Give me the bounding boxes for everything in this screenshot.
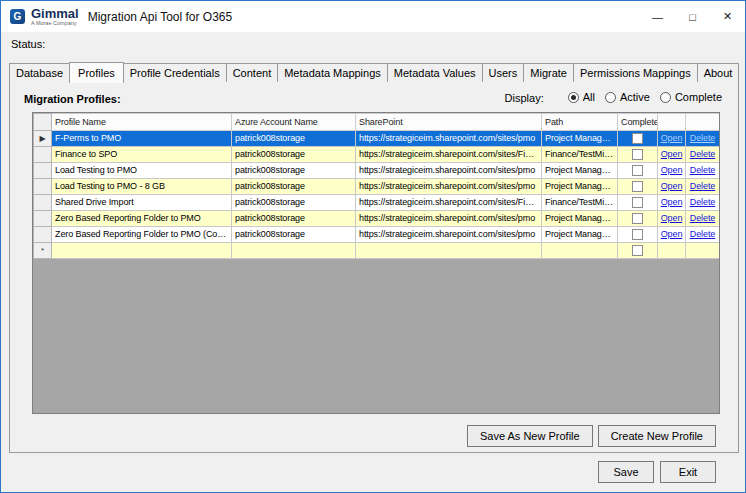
column-header-open[interactable] xyxy=(658,114,686,131)
cell-sharepoint[interactable] xyxy=(356,243,542,259)
delete-link[interactable]: Delete xyxy=(690,197,715,207)
display-radio-complete[interactable]: Complete xyxy=(660,91,722,103)
delete-link[interactable]: Delete xyxy=(690,149,715,159)
display-radio-all[interactable]: All xyxy=(568,91,595,103)
cell-complete[interactable] xyxy=(618,163,658,179)
cell-profile-name[interactable]: Load Testing to PMO xyxy=(52,163,232,179)
row-header-cell[interactable] xyxy=(34,211,52,227)
cell-delete[interactable]: Delete xyxy=(686,131,720,147)
tab-migrate[interactable]: Migrate xyxy=(523,63,574,82)
cell-profile-name[interactable]: Finance to SPO xyxy=(52,147,232,163)
save-as-new-profile-button[interactable]: Save As New Profile xyxy=(467,425,593,447)
complete-checkbox[interactable] xyxy=(632,197,643,208)
row-header-cell[interactable] xyxy=(34,195,52,211)
cell-profile-name[interactable]: Load Testing to PMO - 8 GB xyxy=(52,179,232,195)
exit-button[interactable]: Exit xyxy=(660,461,716,483)
cell-azure-account-name[interactable] xyxy=(232,243,356,259)
cell-path[interactable]: Finance/TestMig... xyxy=(542,195,618,211)
cell-sharepoint[interactable]: https://strategiceim.sharepoint.com/site… xyxy=(356,163,542,179)
cell-azure-account-name[interactable]: patrick008storage xyxy=(232,147,356,163)
display-radio-active[interactable]: Active xyxy=(605,91,650,103)
open-link[interactable]: Open xyxy=(661,213,683,223)
cell-complete[interactable] xyxy=(618,243,658,259)
complete-checkbox[interactable] xyxy=(632,229,643,240)
cell-delete[interactable]: Delete xyxy=(686,147,720,163)
open-link[interactable]: Open xyxy=(661,149,683,159)
cell-sharepoint[interactable]: https://strategiceim.sharepoint.com/site… xyxy=(356,131,542,147)
cell-complete[interactable] xyxy=(618,211,658,227)
cell-profile-name[interactable]: Zero Based Reporting Folder to PMO (Copy… xyxy=(52,227,232,243)
cell-azure-account-name[interactable]: patrick008storage xyxy=(232,195,356,211)
complete-checkbox[interactable] xyxy=(632,245,643,256)
cell-open[interactable]: Open xyxy=(658,163,686,179)
cell-path[interactable]: Project Managem... xyxy=(542,179,618,195)
cell-delete[interactable]: Delete xyxy=(686,195,720,211)
cell-open[interactable]: Open xyxy=(658,211,686,227)
profile-row[interactable]: Finance to SPOpatrick008storagehttps://s… xyxy=(34,147,720,163)
create-new-profile-button[interactable]: Create New Profile xyxy=(598,425,716,447)
open-link[interactable]: Open xyxy=(661,229,683,239)
open-link[interactable]: Open xyxy=(661,165,683,175)
close-button[interactable]: ✕ xyxy=(710,1,745,32)
delete-link[interactable]: Delete xyxy=(690,181,715,191)
cell-profile-name[interactable]: Zero Based Reporting Folder to PMO xyxy=(52,211,232,227)
profile-row[interactable]: Zero Based Reporting Folder to PMO (Copy… xyxy=(34,227,720,243)
cell-delete[interactable] xyxy=(686,243,720,259)
cell-open[interactable]: Open xyxy=(658,195,686,211)
cell-complete[interactable] xyxy=(618,147,658,163)
delete-link[interactable]: Delete xyxy=(690,165,715,175)
cell-azure-account-name[interactable]: patrick008storage xyxy=(232,163,356,179)
cell-path[interactable]: Project Managem... xyxy=(542,227,618,243)
cell-path[interactable] xyxy=(542,243,618,259)
complete-checkbox[interactable] xyxy=(632,165,643,176)
tab-about[interactable]: About xyxy=(697,63,740,82)
cell-open[interactable]: Open xyxy=(658,227,686,243)
complete-checkbox[interactable] xyxy=(632,149,643,160)
tab-metadata-values[interactable]: Metadata Values xyxy=(387,63,483,82)
tab-metadata-mappings[interactable]: Metadata Mappings xyxy=(277,63,388,82)
cell-open[interactable]: Open xyxy=(658,179,686,195)
cell-sharepoint[interactable]: https://strategiceim.sharepoint.com/site… xyxy=(356,211,542,227)
cell-complete[interactable] xyxy=(618,179,658,195)
row-header-cell[interactable]: * xyxy=(34,243,52,259)
row-header-cell[interactable] xyxy=(34,147,52,163)
column-header-sharepoint[interactable]: SharePoint xyxy=(356,114,542,131)
cell-path[interactable]: Finance/TestMig... xyxy=(542,147,618,163)
column-header-profile-name[interactable]: Profile Name xyxy=(52,114,232,131)
cell-delete[interactable]: Delete xyxy=(686,179,720,195)
complete-checkbox[interactable] xyxy=(632,213,643,224)
cell-azure-account-name[interactable]: patrick008storage xyxy=(232,131,356,147)
minimize-button[interactable]: — xyxy=(640,1,675,32)
delete-link[interactable]: Delete xyxy=(690,133,715,143)
row-header-cell[interactable] xyxy=(34,179,52,195)
row-header-cell[interactable] xyxy=(34,227,52,243)
column-header-delete[interactable] xyxy=(686,114,720,131)
cell-complete[interactable] xyxy=(618,195,658,211)
cell-azure-account-name[interactable]: patrick008storage xyxy=(232,227,356,243)
save-button[interactable]: Save xyxy=(598,461,654,483)
tab-users[interactable]: Users xyxy=(482,63,525,82)
delete-link[interactable]: Delete xyxy=(690,213,715,223)
cell-delete[interactable]: Delete xyxy=(686,163,720,179)
cell-profile-name[interactable] xyxy=(52,243,232,259)
column-header-complete[interactable]: Complete xyxy=(618,114,658,131)
row-header-cell[interactable] xyxy=(34,163,52,179)
cell-complete[interactable] xyxy=(618,131,658,147)
cell-open[interactable] xyxy=(658,243,686,259)
profile-row[interactable]: ▶F-Perms to PMOpatrick008storagehttps://… xyxy=(34,131,720,147)
profile-row[interactable]: Zero Based Reporting Folder to PMOpatric… xyxy=(34,211,720,227)
column-header-path[interactable]: Path xyxy=(542,114,618,131)
cell-sharepoint[interactable]: https://strategiceim.sharepoint.com/site… xyxy=(356,179,542,195)
complete-checkbox[interactable] xyxy=(632,181,643,192)
cell-path[interactable]: Project Managem... xyxy=(542,211,618,227)
delete-link[interactable]: Delete xyxy=(690,229,715,239)
cell-open[interactable]: Open xyxy=(658,131,686,147)
maximize-button[interactable]: □ xyxy=(675,1,710,32)
tab-profiles[interactable]: Profiles xyxy=(69,62,124,83)
tab-permissions-mappings[interactable]: Permissions Mappings xyxy=(573,63,698,82)
tab-database[interactable]: Database xyxy=(9,63,70,82)
cell-sharepoint[interactable]: https://strategiceim.sharepoint.com/site… xyxy=(356,227,542,243)
profile-row[interactable]: * xyxy=(34,243,720,259)
row-header-cell[interactable]: ▶ xyxy=(34,131,52,147)
profile-row[interactable]: Load Testing to PMO - 8 GBpatrick008stor… xyxy=(34,179,720,195)
